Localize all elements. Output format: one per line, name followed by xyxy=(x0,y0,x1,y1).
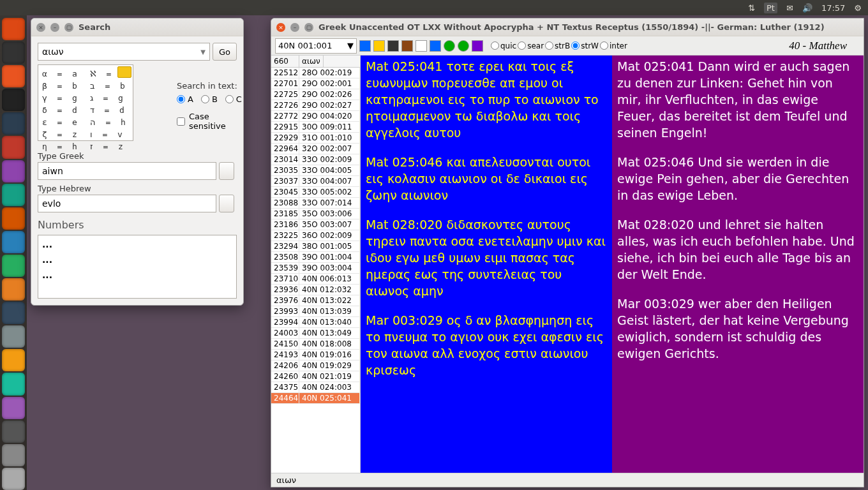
launcher-app[interactable] xyxy=(2,184,25,206)
radio-strw[interactable]: strW xyxy=(571,41,599,50)
table-row[interactable]: 2322536O 002:009 xyxy=(271,230,360,241)
launcher-app[interactable] xyxy=(2,160,25,182)
launcher-app[interactable] xyxy=(2,231,25,253)
table-row[interactable]: 2397640N 013:022 xyxy=(271,295,360,306)
launcher-app[interactable] xyxy=(2,41,25,64)
launcher-app[interactable] xyxy=(2,65,25,87)
bible-titlebar[interactable]: × – ▢ Greek Unaccented OT LXX Without Ap… xyxy=(271,19,864,36)
minimize-icon[interactable]: – xyxy=(290,23,299,32)
table-row[interactable]: 2399340N 013:039 xyxy=(271,306,360,317)
table-row[interactable]: 2318635O 003:007 xyxy=(271,219,360,230)
table-row[interactable]: 2301433O 002:009 xyxy=(271,154,360,165)
volume-icon[interactable]: 🔊 xyxy=(802,3,812,13)
table-row[interactable]: 2400340N 013:049 xyxy=(271,328,360,339)
numbers-list[interactable]: ... ... ... xyxy=(38,235,237,299)
launcher-app[interactable] xyxy=(2,302,25,324)
radio-a[interactable]: A xyxy=(177,94,193,104)
table-row[interactable]: 2308833O 007:014 xyxy=(271,198,360,209)
maximize-icon[interactable]: ▢ xyxy=(304,23,313,32)
type-hebrew-input[interactable] xyxy=(38,195,216,212)
table-row[interactable]: 2399440N 013:040 xyxy=(271,317,360,328)
german-pane[interactable]: Mat 025:041 Dann wird er auch sagen zu d… xyxy=(612,56,864,473)
table-row[interactable]: 2420640N 019:029 xyxy=(271,360,360,371)
table-row[interactable]: 2350839O 001:004 xyxy=(271,252,360,263)
tool-icon[interactable] xyxy=(359,40,371,52)
tool-icon[interactable] xyxy=(472,40,483,52)
close-icon[interactable]: × xyxy=(36,23,45,32)
tool-icon[interactable] xyxy=(444,40,455,52)
greek-pane[interactable]: Mat 025:041 τοτε ερει και τοις εξ ευωνυμ… xyxy=(361,56,612,473)
tool-icon[interactable] xyxy=(387,40,399,52)
chevron-down-icon[interactable]: ▼ xyxy=(200,48,206,56)
type-greek-input[interactable] xyxy=(38,162,216,180)
launcher-app[interactable] xyxy=(2,468,25,490)
launcher-app[interactable] xyxy=(2,112,25,135)
table-row[interactable]: 2291530O 009:011 xyxy=(271,122,360,133)
verse-combo[interactable]: 40N 001:001 ▼ xyxy=(275,38,357,54)
table-row[interactable]: 2272529O 002:026 xyxy=(271,89,360,100)
launcher-app[interactable] xyxy=(2,397,25,419)
launcher-app[interactable] xyxy=(2,89,25,111)
radio-quic[interactable]: quic xyxy=(491,41,516,50)
numbers-item[interactable]: ... xyxy=(42,239,232,249)
go-button[interactable]: Go xyxy=(213,43,237,61)
radio-sear[interactable]: sear xyxy=(518,41,544,50)
table-row[interactable]: 2329438O 001:005 xyxy=(271,241,360,252)
table-row[interactable]: 2371040N 006:013 xyxy=(271,274,360,285)
launcher-app[interactable] xyxy=(2,373,25,395)
radio-b[interactable]: B xyxy=(201,94,218,104)
launcher-app[interactable] xyxy=(2,420,25,443)
table-row[interactable]: 2277229O 004:020 xyxy=(271,111,360,122)
launcher-app[interactable] xyxy=(2,136,25,158)
table-row[interactable]: 2426040N 021:019 xyxy=(271,371,360,382)
minimize-icon[interactable]: – xyxy=(50,23,59,32)
table-row[interactable]: 2419340N 019:016 xyxy=(271,350,360,360)
case-sensitive-checkbox[interactable] xyxy=(177,117,185,126)
mail-icon[interactable]: ✉ xyxy=(786,3,793,13)
gear-icon[interactable] xyxy=(430,40,441,52)
launcher-app[interactable] xyxy=(2,349,25,371)
clock[interactable]: 17:57 xyxy=(821,3,845,13)
info-icon[interactable] xyxy=(458,40,469,52)
table-row[interactable]: 2304533O 005:002 xyxy=(271,187,360,198)
reference-table[interactable]: 660 αιων 2251228O 002:0192270129O 002:00… xyxy=(271,56,361,473)
launcher-app[interactable] xyxy=(2,278,25,301)
highlight-icon[interactable] xyxy=(117,66,131,78)
chevron-down-icon[interactable]: ▼ xyxy=(347,41,354,50)
launcher-app[interactable] xyxy=(2,207,25,230)
table-row[interactable]: 2393640N 012:032 xyxy=(271,285,360,295)
table-row[interactable]: 2296432O 002:007 xyxy=(271,144,360,154)
tool-icon[interactable] xyxy=(415,40,427,52)
tool-icon[interactable] xyxy=(373,40,385,52)
table-row[interactable]: 2272629O 002:027 xyxy=(271,100,360,111)
radio-c[interactable]: C xyxy=(225,94,242,104)
search-titlebar[interactable]: × – ▢ Search xyxy=(31,19,243,36)
close-icon[interactable]: × xyxy=(276,23,285,32)
launcher-app[interactable] xyxy=(2,325,25,348)
greek-aux-button[interactable] xyxy=(219,162,234,180)
table-row[interactable]: 2251228O 002:019 xyxy=(271,68,360,78)
gear-icon[interactable]: ⚙ xyxy=(854,3,862,13)
numbers-item[interactable]: ... xyxy=(42,270,232,280)
search-query-combo[interactable]: αιων ▼ xyxy=(38,43,210,61)
network-icon[interactable]: ⇅ xyxy=(748,3,755,13)
keyboard-indicator[interactable]: Pt xyxy=(764,3,777,13)
table-row[interactable]: 2437540N 024:003 xyxy=(271,382,360,393)
radio-strb[interactable]: strB xyxy=(545,41,570,50)
table-row[interactable]: 2446440N 025:041 xyxy=(271,393,360,404)
hebrew-aux-button[interactable] xyxy=(219,195,234,212)
table-row[interactable]: 2270129O 002:001 xyxy=(271,78,360,89)
numbers-item[interactable]: ... xyxy=(42,255,232,265)
table-row[interactable]: 2292931O 001:010 xyxy=(271,133,360,144)
launcher-app[interactable] xyxy=(2,255,25,277)
tool-icon[interactable] xyxy=(401,40,413,52)
radio-inter[interactable]: inter xyxy=(600,41,627,50)
table-row[interactable]: 2303533O 004:005 xyxy=(271,165,360,176)
table-row[interactable]: 2303733O 004:007 xyxy=(271,176,360,187)
maximize-icon[interactable]: ▢ xyxy=(64,23,73,32)
table-row[interactable]: 2415040N 018:008 xyxy=(271,339,360,350)
launcher-app[interactable] xyxy=(2,444,25,466)
table-row[interactable]: 2353939O 003:004 xyxy=(271,263,360,274)
transliteration-box[interactable]: α = a β = b γ = g δ = d ε = e ζ = z η = … xyxy=(38,64,133,141)
launcher-app[interactable] xyxy=(2,18,25,40)
